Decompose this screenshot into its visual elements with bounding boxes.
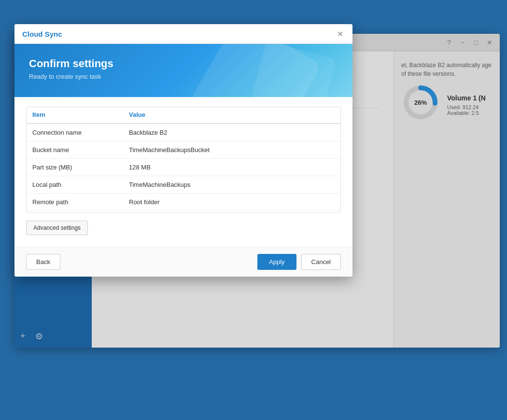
row-value-2: 128 MB xyxy=(123,159,340,176)
row-item-3: Local path xyxy=(27,176,123,194)
col-header-value: Value xyxy=(123,107,340,124)
cloud-sync-modal: Cloud Sync ✕ Confirm settings Ready to c… xyxy=(14,24,352,277)
modal-hero: Confirm settings Ready to create sync ta… xyxy=(14,44,352,97)
back-button[interactable]: Back xyxy=(26,254,60,270)
table-row: Part size (MB) 128 MB xyxy=(27,159,340,176)
modal-footer: Back Apply Cancel xyxy=(14,247,352,277)
row-item-1: Bucket name xyxy=(27,141,123,159)
table-row: Bucket name TimeMachineBackupsBucket xyxy=(27,141,340,159)
table-row: Local path TimeMachineBackups xyxy=(27,176,340,194)
row-value-5: Upload local changes only xyxy=(123,211,340,213)
modal-close-button[interactable]: ✕ xyxy=(335,29,345,39)
row-item-0: Connection name xyxy=(27,124,123,141)
footer-right-buttons: Apply Cancel xyxy=(257,254,341,270)
row-item-5: Sync direction xyxy=(27,211,123,213)
row-value-1: TimeMachineBackupsBucket xyxy=(123,141,340,159)
row-value-0: Backblaze B2 xyxy=(123,124,340,141)
hero-subtitle: Ready to create sync task xyxy=(29,73,338,80)
row-value-3: TimeMachineBackups xyxy=(123,176,340,194)
row-value-4: Root folder xyxy=(123,194,340,211)
modal-header: Cloud Sync ✕ xyxy=(14,24,352,44)
advanced-settings-button[interactable]: Advanced settings xyxy=(26,221,88,235)
modal-body: Item Value Connection name Backblaze B2 … xyxy=(14,97,352,247)
apply-button[interactable]: Apply xyxy=(257,254,296,270)
hero-title: Confirm settings xyxy=(29,57,338,70)
cancel-button[interactable]: Cancel xyxy=(301,254,341,270)
modal-title: Cloud Sync xyxy=(22,30,62,38)
col-header-item: Item xyxy=(27,107,123,124)
table-row: Connection name Backblaze B2 xyxy=(27,124,340,141)
settings-table-container[interactable]: Item Value Connection name Backblaze B2 … xyxy=(26,107,341,213)
row-item-4: Remote path xyxy=(27,194,123,211)
table-row: Sync direction Upload local changes only xyxy=(27,211,340,213)
table-row: Remote path Root folder xyxy=(27,194,340,211)
row-item-2: Part size (MB) xyxy=(27,159,123,176)
settings-table: Item Value Connection name Backblaze B2 … xyxy=(27,107,340,213)
